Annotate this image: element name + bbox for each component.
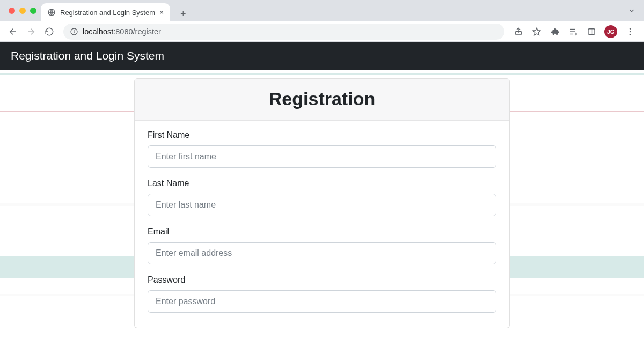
address-bar[interactable]: localhost:8080/register (63, 24, 504, 40)
browser-tab[interactable]: Registration and Login System × (41, 3, 170, 21)
email-input[interactable] (148, 242, 496, 264)
reload-icon (45, 27, 54, 36)
card-title: Registration (145, 89, 499, 109)
window-controls (6, 0, 41, 21)
last-name-label: Last Name (148, 179, 496, 188)
svg-rect-11 (588, 28, 595, 34)
browser-chrome: Registration and Login System × + localh… (0, 0, 644, 42)
arrow-left-icon (8, 27, 18, 36)
tabs-overflow-button[interactable] (619, 0, 644, 21)
browser-menu-button[interactable] (625, 26, 635, 37)
tab-title: Registration and Login System (60, 9, 155, 17)
info-icon (70, 27, 78, 36)
toolbar-actions: JG (511, 25, 639, 38)
kebab-icon (625, 27, 635, 36)
reload-button[interactable] (42, 24, 57, 39)
last-name-input[interactable] (148, 194, 496, 216)
card-body: First Name Last Name Email Password (135, 121, 509, 328)
navbar-brand[interactable]: Registration and Login System (11, 49, 164, 62)
password-group: Password (148, 275, 496, 313)
tab-close-icon[interactable]: × (159, 8, 164, 17)
first-name-group: First Name (148, 130, 496, 168)
url-text: localhost:8080/register (83, 27, 161, 36)
star-icon (532, 27, 541, 36)
new-tab-button[interactable]: + (175, 6, 191, 21)
password-label: Password (148, 275, 496, 285)
globe-icon (47, 8, 56, 17)
form-container: Registration First Name Last Name Email … (134, 78, 510, 328)
url-path: :8080/register (113, 27, 161, 36)
chevron-down-icon (628, 7, 635, 14)
password-input[interactable] (148, 290, 496, 313)
puzzle-icon (550, 27, 560, 36)
extensions-button[interactable] (550, 26, 560, 37)
svg-point-14 (630, 31, 631, 32)
share-icon (514, 27, 523, 36)
reading-list-button[interactable] (568, 26, 579, 37)
registration-card: Registration First Name Last Name Email … (134, 78, 510, 328)
app-navbar: Registration and Login System (0, 42, 644, 70)
window-maximize-button[interactable] (30, 8, 36, 14)
side-panel-button[interactable] (586, 26, 597, 37)
plus-icon: + (180, 9, 186, 20)
profile-avatar[interactable]: JG (604, 25, 617, 38)
window-close-button[interactable] (9, 8, 15, 14)
bookmark-button[interactable] (531, 26, 542, 37)
panel-icon (587, 27, 596, 36)
back-button[interactable] (5, 24, 20, 39)
url-host: localhost (83, 27, 113, 36)
svg-marker-7 (533, 28, 540, 35)
svg-point-13 (630, 28, 631, 29)
svg-point-5 (74, 30, 74, 30)
page-viewport: Registration and Login System Registrati… (0, 42, 644, 338)
forward-button[interactable] (24, 24, 39, 39)
browser-toolbar: localhost:8080/register JG (0, 21, 644, 42)
email-label: Email (148, 227, 496, 237)
email-group: Email (148, 227, 496, 264)
arrow-right-icon (26, 27, 36, 36)
playlist-icon (568, 27, 578, 36)
first-name-input[interactable] (148, 145, 496, 168)
first-name-label: First Name (148, 130, 496, 140)
svg-point-15 (630, 34, 631, 35)
card-header: Registration (135, 79, 509, 121)
last-name-group: Last Name (148, 179, 496, 216)
share-button[interactable] (513, 26, 524, 37)
site-info-icon[interactable] (70, 27, 78, 36)
window-minimize-button[interactable] (19, 8, 26, 14)
tab-strip: Registration and Login System × + (0, 0, 644, 21)
profile-initials: JG (607, 28, 615, 35)
